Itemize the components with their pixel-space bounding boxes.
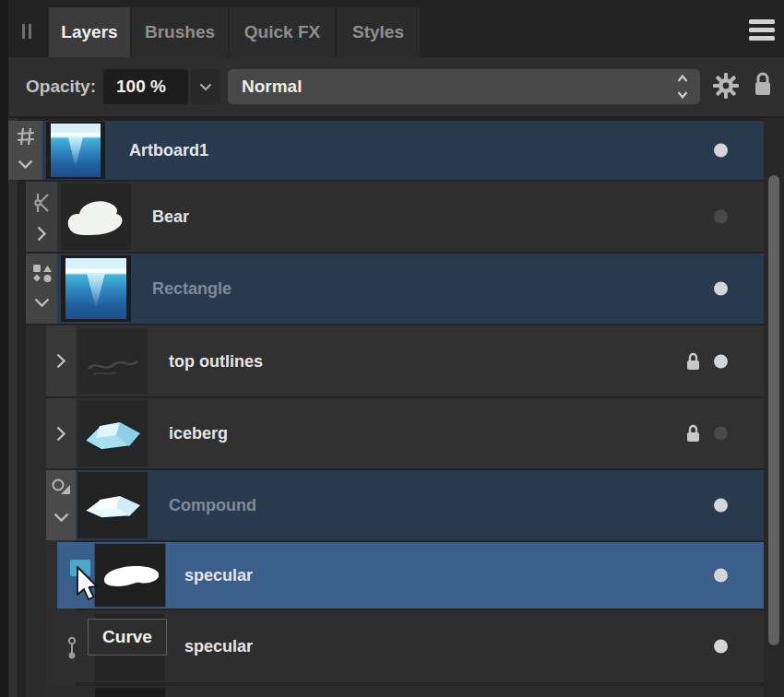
opacity-value-field[interactable]: 100 % [103, 69, 188, 104]
layer-row-bear[interactable]: Bear [26, 182, 764, 252]
collapse-chevron-icon[interactable] [34, 298, 50, 308]
visibility-dot[interactable] [714, 499, 728, 513]
layer-thumbnail[interactable] [61, 255, 131, 322]
row-gutter [8, 121, 42, 180]
shapes-layer-icon [31, 263, 53, 285]
layer-name[interactable]: specular [184, 566, 253, 585]
iceberg-thumb-art [79, 408, 146, 459]
scrollbar-thumb[interactable] [768, 175, 779, 645]
bear-thumb-art [63, 189, 129, 244]
layer-name[interactable]: Compound [169, 496, 256, 515]
layer-row-iceberg[interactable]: iceberg [46, 398, 764, 468]
visibility-dot[interactable] [714, 569, 728, 583]
tab-brushes[interactable]: Brushes [132, 7, 228, 57]
layer-name[interactable]: iceberg [169, 424, 228, 443]
layer-name[interactable]: Bear [152, 207, 189, 227]
visibility-dot[interactable] [714, 282, 728, 296]
collapse-chevron-icon[interactable] [18, 159, 33, 170]
layer-row-rectangle[interactable]: Rectangle [26, 254, 764, 324]
specular-thumb-art [98, 555, 162, 596]
layers-panel: Layers Brushes Quick FX Styles Opacity: … [0, 0, 784, 697]
panel-left-strip [8, 118, 18, 697]
blend-mode-select[interactable]: Normal [228, 69, 700, 104]
expand-chevron-icon[interactable] [56, 353, 66, 369]
hamburger-icon[interactable] [749, 19, 775, 41]
tab-layers[interactable]: Layers [49, 7, 130, 57]
row-gutter [46, 325, 76, 396]
layer-row-compound[interactable]: Compound [46, 470, 764, 540]
mouse-cursor-icon [76, 566, 101, 603]
layer-name[interactable]: top outlines [169, 351, 263, 371]
stepper-icon[interactable] [676, 73, 689, 100]
row-gutter [46, 398, 76, 468]
panel-left-edge [0, 0, 8, 697]
opacity-dropdown-button[interactable] [191, 69, 220, 104]
artboard-icon [16, 126, 36, 147]
panel-tab-bar: Layers Brushes Quick FX Styles [0, 0, 784, 57]
tab-styles[interactable]: Styles [337, 7, 420, 57]
lock-badge-icon[interactable] [685, 351, 701, 372]
node-layer-icon [66, 634, 81, 662]
drag-handle-icon[interactable] [22, 24, 33, 39]
compound-layer-icon [51, 478, 73, 498]
compound-thumb-art [79, 479, 146, 531]
layer-thumbnail[interactable] [77, 328, 148, 394]
group-indent-guide [26, 325, 46, 697]
layer-name[interactable]: Rectangle [152, 279, 232, 299]
layer-name[interactable]: specular [184, 637, 253, 656]
visibility-dot[interactable] [714, 640, 728, 654]
expand-chevron-icon[interactable] [37, 226, 47, 242]
blend-mode-value: Normal [242, 77, 302, 97]
curves-layer-icon [34, 193, 51, 213]
visibility-dot[interactable] [714, 210, 728, 224]
row-gutter [26, 254, 57, 324]
gear-icon[interactable] [712, 72, 740, 100]
collapse-chevron-icon[interactable] [53, 513, 69, 523]
chevron-down-icon [199, 83, 212, 91]
lock-badge-icon[interactable] [685, 423, 701, 443]
layer-thumbnail[interactable] [77, 400, 148, 467]
layer-thumbnail[interactable] [95, 544, 165, 607]
visibility-dot[interactable] [714, 144, 728, 158]
layer-row-specular-selected[interactable]: specular [57, 542, 764, 608]
partial-next-thumbnail [95, 688, 165, 697]
opacity-label: Opacity: [26, 77, 96, 97]
row-gutter [46, 470, 76, 540]
outlines-thumb-art [79, 334, 146, 389]
layer-thumbnail[interactable] [61, 183, 131, 250]
visibility-dot[interactable] [714, 354, 728, 368]
tooltip: Curve [88, 619, 167, 656]
row-gutter [26, 182, 57, 252]
layer-name[interactable]: Artboard1 [129, 141, 208, 160]
lock-icon[interactable] [752, 70, 774, 100]
visibility-dot[interactable] [714, 427, 728, 441]
layer-thumbnail[interactable] [46, 122, 105, 179]
layer-thumbnail[interactable] [77, 472, 148, 538]
layer-row-top-outlines[interactable]: top outlines [46, 325, 764, 396]
tab-quick-fx[interactable]: Quick FX [230, 7, 335, 57]
layer-row-artboard1[interactable]: Artboard1 [8, 121, 764, 180]
expand-chevron-icon[interactable] [56, 426, 66, 442]
opacity-toolbar: Opacity: 100 % Normal [8, 57, 784, 118]
